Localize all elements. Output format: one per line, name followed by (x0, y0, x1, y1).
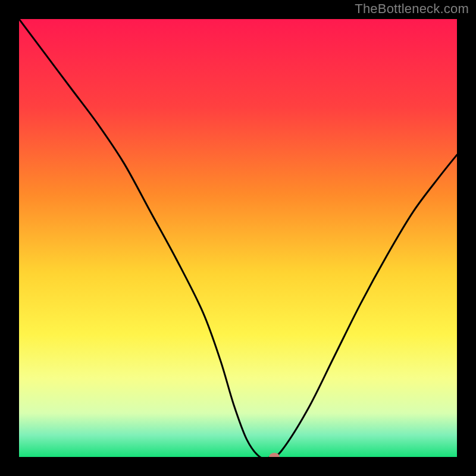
bottleneck-chart (19, 19, 457, 457)
plot-area (19, 19, 457, 457)
watermark-label: TheBottleneck.com (355, 1, 469, 17)
gradient-background (19, 19, 457, 457)
chart-frame: TheBottleneck.com (0, 0, 476, 476)
